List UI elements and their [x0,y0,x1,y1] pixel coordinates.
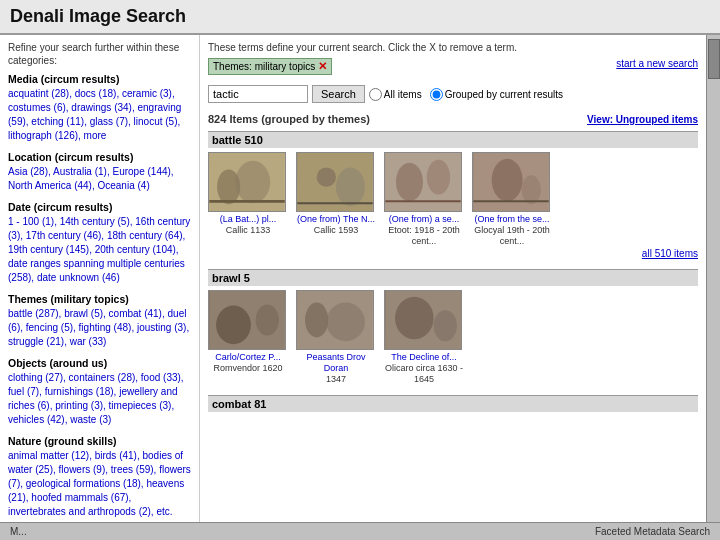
facet-items-nature[interactable]: animal matter (12), birds (41), bodies o… [8,449,191,519]
thumb-caption[interactable]: (One from) The N... [296,214,376,225]
svg-point-24 [434,311,457,342]
facet-title-location: Location (circum results) [8,151,191,163]
svg-point-20 [305,303,328,338]
search-bar: Search All items Grouped by current resu… [208,85,563,103]
thumb-meta: Callic 1593 [296,225,376,236]
thumb-item[interactable]: (One from the se... Glocyal 19th - 20th … [472,152,552,246]
svg-point-13 [492,159,523,202]
svg-point-14 [522,175,541,204]
svg-point-17 [216,306,251,345]
thumb-item[interactable]: (One from) The N... Callic 1593 [296,152,376,236]
thumb-item[interactable]: Peasants Drov Doran 1347 [296,290,376,384]
sidebar: Refine your search further within these … [0,35,200,522]
thumb-caption[interactable]: Peasants Drov Doran [296,352,376,374]
svg-point-5 [317,168,336,187]
scrollbar-thumb[interactable] [708,39,720,79]
scrollbar[interactable] [706,35,720,522]
thumb-caption[interactable]: Carlo/Cortez P... [208,352,288,363]
thumb-item[interactable]: Carlo/Cortez P... Romvendor 1620 [208,290,288,374]
radio-grouped[interactable]: Grouped by current results [430,88,563,101]
content-area: These terms define your current search. … [200,35,706,522]
facet-group-nature: Nature (ground skills) animal matter (12… [8,435,191,519]
facet-items-location[interactable]: Asia (28), Australia (1), Europe (144), … [8,165,191,193]
facet-items-date[interactable]: 1 - 100 (1), 14th century (5), 16th cent… [8,215,191,285]
thumb-meta: Romvendor 1620 [208,363,288,374]
facet-title-objects: Objects (around us) [8,357,191,369]
svg-point-23 [395,297,434,340]
theme-group-combat: combat 81 [208,395,698,412]
start-new-search-link[interactable]: start a new search [616,58,698,69]
theme-header-battle: battle 510 [208,131,698,148]
thumb-caption[interactable]: The Decline of... [384,352,464,363]
thumb-meta: 1347 [296,374,376,385]
facet-group-themes: Themes (military topics) battle (287), b… [8,293,191,349]
facet-title-media: Media (circum results) [8,73,191,85]
bottom-left-text: M... [10,526,27,537]
facet-items-objects[interactable]: clothing (27), containers (28), food (33… [8,371,191,427]
svg-point-18 [256,305,279,336]
sidebar-instructions: Refine your search further within these … [8,41,191,67]
facet-group-location: Location (circum results) Asia (28), Aus… [8,151,191,193]
theme-group-brawl: brawl 5 Carlo/Cortez P... Romvendor 1620 [208,269,698,384]
thumb-caption[interactable]: (La Bat...) pl... [208,214,288,225]
facet-items-themes[interactable]: battle (287), brawl (5), combat (41), du… [8,307,191,349]
thumb-item[interactable]: (La Bat...) pl... Callic 1133 [208,152,288,236]
facet-title-themes: Themes (military topics) [8,293,191,305]
facet-group-media: Media (circum results) acquatint (28), d… [8,73,191,143]
results-count: 824 Items (grouped by themes) [208,113,370,125]
radio-all-items[interactable]: All items [369,88,422,101]
bottom-bar: M... Faceted Metadata Search [0,522,720,540]
facet-items-media[interactable]: acquatint (28), docs (18), ceramic (3), … [8,87,191,143]
info-bar: These terms define your current search. … [208,41,698,54]
thumb-caption[interactable]: (One from the se... [472,214,552,225]
header: Denali Image Search [0,0,720,35]
results-header: 824 Items (grouped by themes) View: Ungr… [208,113,698,125]
view-ungrouped-link[interactable]: View: Ungrouped items [587,114,698,125]
thumb-meta: Etoot: 1918 - 20th cent... [384,225,464,247]
bottom-right-text: Faceted Metadata Search [595,526,710,537]
search-button[interactable]: Search [312,85,365,103]
svg-point-21 [326,303,365,342]
theme-header-brawl: brawl 5 [208,269,698,286]
facet-title-date: Date (circum results) [8,201,191,213]
svg-point-9 [396,163,423,202]
svg-point-10 [427,160,450,195]
app-title: Denali Image Search [10,6,186,27]
thumb-caption[interactable]: (One from) a se... [384,214,464,225]
remove-filter-button[interactable]: ✕ [318,60,327,73]
thumb-item[interactable]: (One from) a se... Etoot: 1918 - 20th ce… [384,152,464,246]
all-items-link-battle[interactable]: all 510 items [208,248,698,259]
facet-group-date: Date (circum results) 1 - 100 (1), 14th … [8,201,191,285]
svg-point-6 [336,168,365,207]
theme-group-battle: battle 510 (La Bat...) pl... Callic 1133 [208,131,698,259]
thumb-meta: Glocyal 19th - 20th cent... [472,225,552,247]
facet-title-nature: Nature (ground skills) [8,435,191,447]
facet-group-objects: Objects (around us) clothing (27), conta… [8,357,191,427]
active-filter-tag: Themes: military topics ✕ [208,58,332,75]
thumb-meta: Olicaro circa 1630 - 1645 [384,363,464,385]
filter-tag-text: Themes: military topics [213,61,315,72]
search-input[interactable] [208,85,308,103]
thumb-meta: Callic 1133 [208,225,288,236]
svg-point-2 [235,161,270,204]
theme-header-combat: combat 81 [208,395,698,412]
thumb-item[interactable]: The Decline of... Olicaro circa 1630 - 1… [384,290,464,384]
